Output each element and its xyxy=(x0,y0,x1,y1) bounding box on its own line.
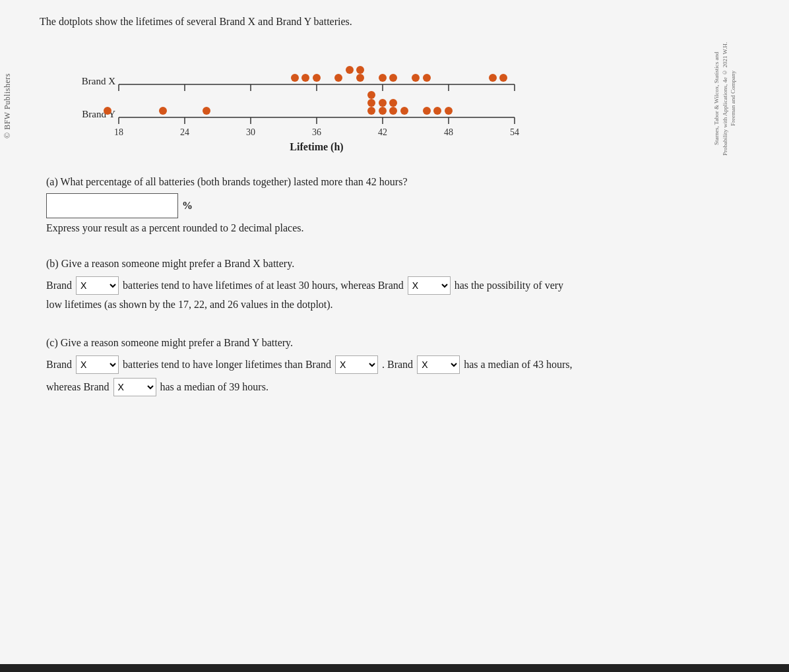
part-b-text4: low lifetimes (as shown by the 17, 22, a… xyxy=(46,299,749,311)
svg-point-37 xyxy=(104,107,111,115)
svg-point-41 xyxy=(367,99,375,107)
svg-point-45 xyxy=(389,107,397,115)
svg-text:36: 36 xyxy=(312,127,321,137)
svg-point-43 xyxy=(379,107,387,115)
part-b-text1: Brand xyxy=(46,280,72,291)
svg-point-30 xyxy=(379,74,387,82)
svg-point-42 xyxy=(367,91,375,99)
part-b-section: (b) Give a reason someone might prefer a… xyxy=(46,258,749,311)
dotplot-svg: Brand X Brand Y 18 xyxy=(53,40,528,155)
svg-point-35 xyxy=(489,74,497,82)
svg-point-48 xyxy=(423,107,431,115)
svg-point-47 xyxy=(400,107,408,115)
svg-text:48: 48 xyxy=(444,127,453,137)
bottom-bar xyxy=(0,664,789,672)
svg-point-49 xyxy=(433,107,441,115)
publisher-text: © BFW Publishers xyxy=(3,73,13,138)
part-c-section: (c) Give a reason someone might prefer a… xyxy=(46,337,749,396)
svg-point-33 xyxy=(412,74,420,82)
sidebar-publisher: © BFW Publishers xyxy=(0,40,15,171)
part-a-section: (a) What percentage of all batteries (bo… xyxy=(46,176,749,234)
part-a-subtext: Express your result as a percent rounded… xyxy=(46,222,749,234)
part-c-dropdown2[interactable]: X Y xyxy=(335,355,378,374)
svg-text:30: 30 xyxy=(246,127,255,137)
part-b-dropdown2[interactable]: X Y xyxy=(408,276,451,295)
svg-point-38 xyxy=(159,107,167,115)
svg-point-34 xyxy=(423,74,431,82)
svg-point-46 xyxy=(389,99,397,107)
svg-point-27 xyxy=(334,74,342,82)
copyright-text: Starnes, Tabor & Wilcox, Statistics and … xyxy=(712,40,738,158)
percent-symbol: % xyxy=(182,200,193,212)
svg-point-39 xyxy=(203,107,210,115)
part-a-question: (a) What percentage of all batteries (bo… xyxy=(46,176,749,188)
svg-point-28 xyxy=(356,74,364,82)
part-c-text3: . Brand xyxy=(382,359,413,371)
svg-point-44 xyxy=(379,99,387,107)
part-b-text3: has the possibility of very xyxy=(455,280,563,291)
svg-text:24: 24 xyxy=(180,127,189,137)
part-c-dropdown1[interactable]: X Y xyxy=(76,355,119,374)
svg-point-31 xyxy=(389,74,397,82)
part-c-question: (c) Give a reason someone might prefer a… xyxy=(46,337,749,349)
part-b-dropdown1[interactable]: X Y xyxy=(76,276,119,295)
part-c-text1: Brand xyxy=(46,359,72,371)
part-b-text2: batteries tend to have lifetimes of at l… xyxy=(123,280,404,291)
page-container: © BFW Publishers The dotplots show the l… xyxy=(0,0,789,672)
part-c-dropdown3[interactable]: X Y xyxy=(417,355,460,374)
svg-point-32 xyxy=(346,66,354,74)
part-b-answer-row: Brand X Y batteries tend to have lifetim… xyxy=(46,276,749,295)
svg-point-29 xyxy=(356,66,364,74)
part-a-input[interactable] xyxy=(46,193,178,218)
part-c-answer-row-1: Brand X Y batteries tend to have longer … xyxy=(46,355,749,374)
svg-point-26 xyxy=(313,74,321,82)
brand-x-label: Brand X xyxy=(82,76,115,86)
part-c-text2: batteries tend to have longer lifetimes … xyxy=(123,359,331,371)
svg-text:54: 54 xyxy=(510,127,519,137)
svg-text:Lifetime (h): Lifetime (h) xyxy=(290,141,343,153)
problem-title: The dotplots show the lifetimes of sever… xyxy=(40,16,749,28)
svg-point-40 xyxy=(367,107,375,115)
svg-point-25 xyxy=(301,74,309,82)
part-c-text5: whereas Brand xyxy=(46,381,110,393)
part-a-answer-row: % xyxy=(46,193,749,218)
svg-point-24 xyxy=(291,74,299,82)
svg-text:42: 42 xyxy=(378,127,387,137)
part-c-answer-row-2: whereas Brand X Y has a median of 39 hou… xyxy=(46,378,749,396)
svg-point-50 xyxy=(445,107,453,115)
svg-text:18: 18 xyxy=(114,127,123,137)
part-c-text6: has a median of 39 hours. xyxy=(160,381,268,393)
part-b-question: (b) Give a reason someone might prefer a… xyxy=(46,258,749,270)
part-c-dropdown4[interactable]: X Y xyxy=(113,378,156,396)
part-c-text4: has a median of 43 hours, xyxy=(464,359,572,371)
svg-point-36 xyxy=(499,74,507,82)
